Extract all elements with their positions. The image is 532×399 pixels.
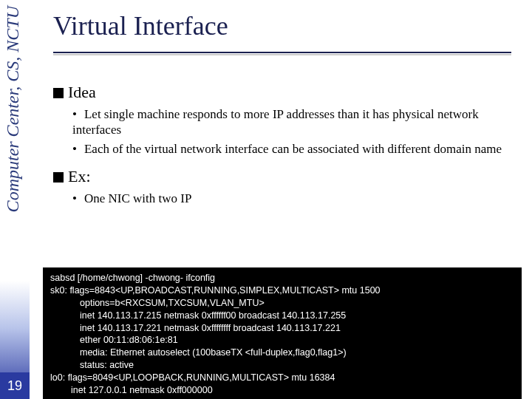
page-number: 19 [0,372,30,399]
title-rule-shadow [53,54,511,55]
bullet-item: Let single machine responds to more IP a… [72,106,511,138]
bullet-text: One NIC with two IP [84,191,191,205]
terminal-line: sabsd [/home/chwong] -chwong- ifconfig [50,272,514,284]
heading-text: Ex: [68,167,91,185]
sidebar-org-label: Computer Center, CS, NCTU [3,6,23,212]
square-bullet-icon [53,88,64,98]
terminal-line: ether 00:11:d8:06:1e:81 [80,334,514,347]
heading-text: Idea [68,83,96,101]
terminal-line: inet 140.113.17.215 netmask 0xffffff00 b… [80,310,514,322]
bullet-item: Each of the virtual network interface ca… [72,141,511,157]
bullet-item: One NIC with two IP [72,191,511,206]
terminal-line: options=b<RXCSUM,TXCSUM,VLAN_MTU> [80,297,514,310]
title-rule [53,52,511,53]
terminal-line: media: Ethernet autoselect (100baseTX <f… [80,347,514,359]
section-heading-ex: Ex: [53,167,511,186]
terminal-line: sk0: flags=8843<UP,BROADCAST,RUNNING,SIM… [50,284,514,297]
section-heading-idea: Idea [53,83,511,102]
terminal-line: inet 127.0.0.1 netmask 0xff000000 [71,384,514,397]
terminal-output: sabsd [/home/chwong] -chwong- ifconfig s… [43,267,522,399]
bullet-text: Let single machine responds to more IP a… [72,107,479,137]
square-bullet-icon [53,172,64,183]
terminal-line: lo0: flags=8049<UP,LOOPBACK,RUNNING,MULT… [50,372,514,384]
slide-body: Idea Let single machine responds to more… [53,83,511,209]
bullet-text: Each of the virtual network interface ca… [84,142,502,156]
slide-title: Virtual Interface [53,10,228,41]
terminal-line: inet 140.113.17.221 netmask 0xffffffff b… [80,322,514,335]
terminal-line: status: active [80,359,514,372]
